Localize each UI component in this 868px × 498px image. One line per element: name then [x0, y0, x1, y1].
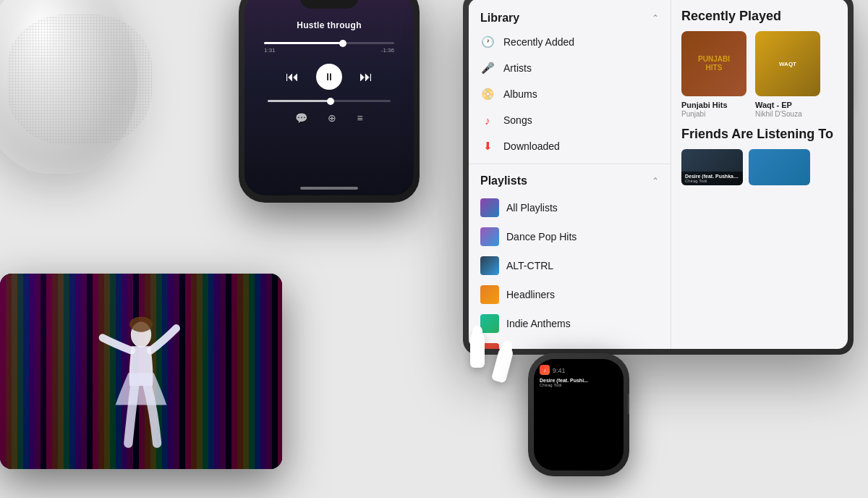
library-divider — [469, 164, 671, 164]
airpod-left — [470, 332, 485, 368]
pause-button[interactable]: ⏸ — [316, 64, 342, 90]
playlists-title: Playlists — [480, 174, 527, 187]
playback-controls: ⏮ ⏸ ⏭ — [286, 64, 373, 90]
watch-artist-name: Chirag Todi — [540, 383, 618, 387]
homepod-mesh — [7, 14, 152, 145]
tablet-video-body — [0, 274, 282, 469]
artists-icon: 🎤 — [480, 61, 495, 75]
homepod-device — [0, 0, 188, 203]
waqt-album-art: WAQT — [755, 31, 820, 96]
friend-overlay-1: Desire (feat. Pushkar Srivatsal & Ta… Ch… — [681, 172, 743, 185]
iphone-screen: Hustle through 1:31 -1:36 ⏮ ⏸ ⏭ — [244, 0, 414, 195]
video-content — [0, 274, 282, 469]
watch-screen: ♪ 9:41 Desire (feat. Pushi... Chirag Tod… — [534, 359, 624, 470]
library-header: Library ⌃ — [469, 6, 671, 29]
library-chevron-icon[interactable]: ⌃ — [652, 13, 659, 23]
iphone-body: Hustle through 1:31 -1:36 ⏮ ⏸ ⏭ — [239, 0, 420, 203]
recently-added-label: Recently Added — [503, 36, 574, 48]
punjabi-album-name: Punjabi Hits — [681, 100, 746, 110]
watch-time-display: 9:41 — [553, 367, 566, 374]
friend-artist-1: Chirag Todi — [685, 179, 739, 183]
songs-label: Songs — [503, 114, 532, 126]
friends-title: Friends Are Listening To — [681, 127, 838, 142]
apple-watch-device: ♪ 9:41 Desire (feat. Pushi... Chirag Tod… — [528, 353, 658, 498]
watch-music-icon: ♪ — [540, 365, 550, 375]
queue-icon[interactable]: ≡ — [357, 112, 362, 124]
time-remaining: -1:36 — [381, 47, 394, 54]
watch-digital-crown — [628, 393, 629, 415]
headliners-label: Headliners — [506, 289, 555, 300]
dancer-figure — [76, 303, 206, 469]
music-app: Hustle through 1:31 -1:36 ⏮ ⏸ ⏭ — [244, 0, 414, 195]
library-item-downloaded[interactable]: ⬇ Downloaded — [469, 133, 671, 159]
recently-played-row: PUNJABIHITS Punjabi Hits Punjabi WAQT Wa… — [681, 31, 838, 118]
artists-label: Artists — [503, 62, 532, 74]
iphone-device: Hustle through 1:31 -1:36 ⏮ ⏸ ⏭ — [239, 0, 434, 210]
playlist-item-dance-pop[interactable]: Dance Pop Hits — [469, 222, 671, 251]
all-playlists-label: All Playlists — [506, 202, 558, 214]
library-item-songs[interactable]: ♪ Songs — [469, 107, 671, 133]
progress-thumb — [339, 40, 346, 47]
homepod-body — [0, 0, 137, 174]
punjabi-album-artist: Punjabi — [681, 110, 746, 118]
watch-body: ♪ 9:41 Desire (feat. Pushi... Chirag Tod… — [528, 353, 629, 476]
punjabi-album-art: PUNJABIHITS — [681, 31, 746, 96]
airplay-icon[interactable]: ⊕ — [328, 112, 336, 124]
album-card-punjabi[interactable]: PUNJABIHITS Punjabi Hits Punjabi — [681, 31, 746, 118]
rewind-button[interactable]: ⏮ — [286, 69, 299, 85]
all-playlists-thumb — [480, 198, 499, 217]
bottom-controls: 💬 ⊕ ≡ — [295, 112, 362, 124]
playlist-item-all[interactable]: All Playlists — [469, 193, 671, 222]
time-elapsed: 1:31 — [264, 47, 276, 54]
alt-ctrl-label: ALT-CTRL — [506, 260, 553, 271]
home-indicator — [300, 187, 358, 190]
library-item-albums[interactable]: 📀 Albums — [469, 81, 671, 107]
time-labels: 1:31 -1:36 — [264, 47, 394, 54]
progress-bar[interactable] — [264, 42, 394, 44]
playlist-item-headliners[interactable]: Headliners — [469, 280, 671, 309]
headliners-thumb — [480, 285, 499, 304]
albums-label: Albums — [503, 88, 537, 100]
volume-fill — [268, 100, 329, 102]
progress-fill — [264, 42, 342, 44]
dance-pop-thumb — [480, 227, 499, 246]
recently-played-title: Recently Played — [681, 9, 838, 24]
friend-song-1: Desire (feat. Pushkar Srivatsal & Ta… — [685, 174, 739, 179]
friend-card-1[interactable]: Desire (feat. Pushkar Srivatsal & Ta… Ch… — [681, 149, 743, 185]
watch-app-icon-row: ♪ 9:41 — [540, 365, 618, 375]
downloaded-label: Downloaded — [503, 140, 560, 152]
ipad-main-content: Recently Played PUNJABIHITS Punjabi Hits… — [671, 0, 848, 349]
friends-section: Friends Are Listening To Desire (feat. P… — [681, 127, 838, 185]
forward-button[interactable]: ⏭ — [359, 69, 373, 85]
watch-song-title: Desire (feat. Pushi... — [540, 378, 618, 383]
song-title: Hustle through — [297, 20, 362, 30]
library-item-artists[interactable]: 🎤 Artists — [469, 55, 671, 81]
playlists-header: Playlists ⌃ — [469, 169, 671, 193]
tablet-video-device — [0, 274, 289, 476]
playlist-item-alt-ctrl[interactable]: ALT-CTRL — [469, 251, 671, 280]
library-title: Library — [480, 12, 519, 25]
recently-added-icon: 🕐 — [480, 35, 495, 49]
waqt-album-artist: Nikhil D'Souza — [755, 110, 820, 118]
friends-row: Desire (feat. Pushkar Srivatsal & Ta… Ch… — [681, 149, 838, 185]
library-item-recently-added[interactable]: 🕐 Recently Added — [469, 29, 671, 55]
airpod-right — [491, 345, 514, 383]
downloaded-icon: ⬇ — [480, 139, 495, 153]
music-library-sidebar: Library ⌃ 🕐 Recently Added 🎤 Artists 📀 A… — [469, 0, 671, 349]
songs-icon: ♪ — [480, 113, 495, 127]
album-card-waqt[interactable]: WAQT Waqt - EP Nikhil D'Souza — [755, 31, 820, 118]
lyrics-icon[interactable]: 💬 — [295, 112, 307, 124]
dance-pop-label: Dance Pop Hits — [506, 231, 576, 242]
alt-ctrl-thumb — [480, 256, 499, 275]
volume-bar[interactable] — [268, 100, 391, 102]
ipad-screen: Library ⌃ 🕐 Recently Added 🎤 Artists 📀 A… — [469, 0, 848, 349]
friend-card-2[interactable] — [749, 149, 810, 185]
volume-thumb — [327, 98, 334, 105]
playlists-chevron-icon[interactable]: ⌃ — [652, 176, 659, 186]
svg-point-1 — [129, 316, 153, 332]
iphone-notch — [300, 0, 358, 9]
albums-icon: 📀 — [480, 87, 495, 101]
waqt-album-name: Waqt - EP — [755, 100, 820, 110]
ipad-body: Library ⌃ 🕐 Recently Added 🎤 Artists 📀 A… — [463, 0, 854, 355]
